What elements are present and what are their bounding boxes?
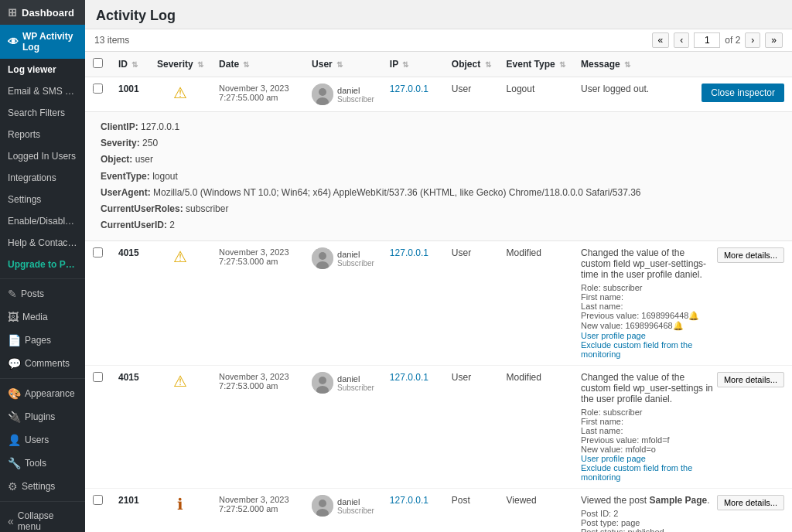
- col-date[interactable]: Date ⇅: [211, 52, 304, 77]
- select-all-checkbox[interactable]: [93, 58, 103, 68]
- svg-point-10: [319, 500, 326, 507]
- severity-sort-icon: ⇅: [197, 60, 203, 69]
- posts-label: Posts: [21, 288, 44, 299]
- col-user[interactable]: User ⇅: [304, 52, 382, 77]
- sidebar-item-help[interactable]: Help & Contact Us: [0, 232, 85, 254]
- col-message[interactable]: Message ⇅: [573, 52, 792, 77]
- date-sort-icon: ⇅: [243, 60, 249, 69]
- sidebar-item-appearance[interactable]: 🎨 Appearance: [0, 382, 85, 405]
- inspector-user-agent: UserAgent: Mozilla/5.0 (Windows NT 10.0;…: [101, 186, 777, 200]
- col-severity[interactable]: Severity ⇅: [149, 52, 211, 77]
- sidebar-divider-3: [0, 501, 85, 502]
- col-object[interactable]: Object ⇅: [444, 52, 499, 77]
- dashboard-menu-item[interactable]: ⊞ Dashboard: [0, 0, 85, 25]
- row-checkbox[interactable]: [93, 84, 103, 94]
- row-ip[interactable]: 127.0.0.1: [382, 241, 444, 366]
- sidebar-item-reports[interactable]: Reports: [0, 124, 85, 145]
- settings-wp-label: Settings: [22, 481, 55, 492]
- ip-link[interactable]: 127.0.0.1: [390, 495, 428, 506]
- row-object: User: [444, 241, 499, 366]
- sidebar-item-search-filters[interactable]: Search Filters: [0, 102, 85, 124]
- row-severity: ⚠: [149, 366, 211, 489]
- user-name-role: daniel Subscriber: [337, 86, 374, 104]
- ip-link[interactable]: 127.0.0.1: [390, 247, 428, 258]
- collapse-label: Collapse menu: [18, 510, 77, 532]
- inspector-object: Object: user: [101, 152, 777, 167]
- sidebar-item-email-sms[interactable]: Email & SMS Notifications: [0, 80, 85, 102]
- row-object: Post: [444, 489, 499, 532]
- row-checkbox[interactable]: [93, 247, 103, 257]
- inspector-current-user-roles: CurrentUserRoles: subscriber: [101, 202, 777, 217]
- page-title: Activity Log: [85, 0, 792, 29]
- table-row: 1001 ⚠ November 3, 20237:27:55.000 am da…: [85, 77, 792, 112]
- col-event-type[interactable]: Event Type ⇅: [499, 52, 573, 77]
- user-profile-link[interactable]: User profile page: [581, 454, 646, 463]
- sidebar-item-settings-wp[interactable]: ⚙ Settings: [0, 475, 85, 498]
- pagination-next-btn[interactable]: ›: [745, 32, 760, 48]
- message-content: Changed the value of the custom field wp…: [581, 247, 717, 359]
- plugin-header: 👁 WP Activity Log: [0, 25, 85, 59]
- sidebar-item-collapse[interactable]: « Collapse menu: [0, 505, 85, 532]
- sidebar-item-upgrade[interactable]: Upgrade to Premium: [0, 254, 85, 275]
- user-info: daniel Subscriber: [312, 495, 374, 517]
- sidebar-item-settings[interactable]: Settings: [0, 189, 85, 210]
- sidebar-item-integrations[interactable]: Integrations: [0, 167, 85, 189]
- close-inspector-button[interactable]: Close inspector: [702, 84, 784, 102]
- user-profile-link[interactable]: User profile page: [581, 331, 646, 340]
- more-details-button[interactable]: More details...: [717, 372, 784, 387]
- row-ip[interactable]: 127.0.0.1: [382, 77, 444, 112]
- col-id[interactable]: ID ⇅: [111, 52, 149, 77]
- sidebar-item-comments[interactable]: 💬 Comments: [0, 352, 85, 375]
- message-text: Changed the value of the custom field wp…: [581, 247, 717, 280]
- warning-icon: ⚠: [173, 84, 187, 101]
- media-label: Media: [22, 312, 48, 322]
- activity-log-table-container: ID ⇅ Severity ⇅ Date ⇅ User ⇅ IP ⇅ Objec…: [85, 52, 792, 532]
- message-text: Changed the value of the custom field wp…: [581, 372, 717, 404]
- ip-link[interactable]: 127.0.0.1: [390, 372, 428, 383]
- row-checkbox-cell[interactable]: [85, 489, 111, 532]
- row-checkbox-cell[interactable]: [85, 366, 111, 489]
- row-user: daniel Subscriber: [304, 241, 382, 366]
- select-all-header[interactable]: [85, 52, 111, 77]
- message-sort-icon: ⇅: [624, 60, 630, 69]
- sidebar-item-logged-in-users[interactable]: Logged In Users: [0, 145, 85, 167]
- row-user: daniel Subscriber: [304, 489, 382, 532]
- row-ip[interactable]: 127.0.0.1: [382, 366, 444, 489]
- sidebar-item-users[interactable]: 👤 Users: [0, 428, 85, 452]
- row-checkbox[interactable]: [93, 495, 103, 505]
- pagination-first-btn[interactable]: «: [652, 32, 670, 48]
- sidebar-item-posts[interactable]: ✎ Posts: [0, 282, 85, 305]
- exclude-field-link[interactable]: Exclude custom field from the monitoring: [581, 463, 692, 482]
- users-label: Users: [25, 435, 49, 445]
- ip-link[interactable]: 127.0.0.1: [390, 84, 428, 94]
- pagination-page-input[interactable]: [694, 32, 720, 48]
- user-role: Subscriber: [337, 95, 374, 104]
- table-row: 4015 ⚠ November 3, 20237:27:53.000 am da…: [85, 241, 792, 366]
- more-details-button[interactable]: More details...: [717, 247, 784, 263]
- sidebar-item-plugins[interactable]: 🔌 Plugins: [0, 405, 85, 428]
- user-name-role: daniel Subscriber: [337, 374, 374, 392]
- col-ip[interactable]: IP ⇅: [382, 52, 444, 77]
- pagination-last-btn[interactable]: »: [765, 32, 783, 48]
- dashboard-label: Dashboard: [22, 7, 74, 19]
- row-id: 4015: [111, 366, 149, 489]
- sidebar-item-pages[interactable]: 📄 Pages: [0, 329, 85, 352]
- exclude-field-link[interactable]: Exclude custom field from the monitoring: [581, 340, 692, 359]
- row-checkbox-cell[interactable]: [85, 77, 111, 112]
- row-message: User logged out. Close inspector: [573, 77, 792, 112]
- sidebar-item-tools[interactable]: 🔧 Tools: [0, 452, 85, 475]
- sidebar-item-media[interactable]: 🖼 Media: [0, 305, 85, 329]
- inspector-content: ClientIP: 127.0.0.1 Severity: 250 Object…: [101, 120, 777, 233]
- row-checkbox-cell[interactable]: [85, 241, 111, 366]
- row-checkbox[interactable]: [93, 372, 103, 382]
- pagination-prev-btn[interactable]: ‹: [674, 32, 689, 48]
- row-severity: ℹ: [149, 489, 211, 532]
- sidebar-divider-1: [0, 278, 85, 279]
- message-extra: Post ID: 2 Post type: page Post status: …: [581, 509, 710, 532]
- sidebar: ⊞ Dashboard 👁 WP Activity Log Log viewer…: [0, 0, 85, 532]
- more-details-button[interactable]: More details...: [717, 495, 784, 510]
- sidebar-item-enable-disable[interactable]: Enable/Disable Events: [0, 210, 85, 232]
- sidebar-item-log-viewer[interactable]: Log viewer: [0, 59, 85, 80]
- user-name: daniel: [337, 374, 374, 384]
- row-ip[interactable]: 127.0.0.1: [382, 489, 444, 532]
